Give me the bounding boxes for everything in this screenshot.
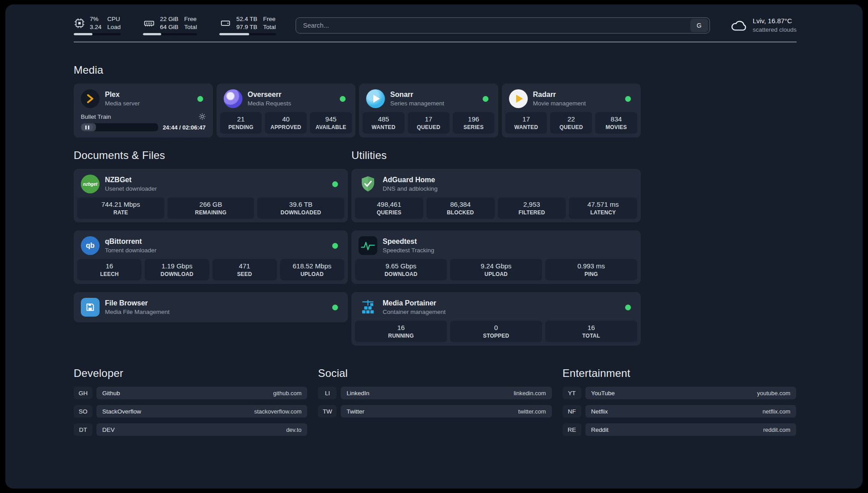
cpu-progress-bar (74, 33, 121, 35)
stat-box: 471 SEED (213, 259, 277, 280)
section-title-media: Media (74, 64, 641, 76)
stat-label: PENDING (222, 124, 260, 130)
stat-label: SEED (214, 271, 275, 277)
filebrowser-icon (81, 298, 100, 317)
bookmark-name: Github (102, 390, 120, 397)
bookmark-github[interactable]: GH Github github.com (74, 387, 307, 399)
service-link-overseerr[interactable]: Overseerr Media Requests (220, 87, 352, 112)
stat-value: 744.21 Mbps (79, 201, 163, 208)
cpu-load-value: 3.24 (90, 23, 101, 31)
disk-free-value: 52.4 TB (236, 15, 257, 23)
disk-icon (219, 17, 232, 29)
bookmark-reddit[interactable]: RE Reddit reddit.com (563, 423, 796, 436)
cpu-widget: 7% 3.24 CPU Load (74, 15, 121, 35)
stat-value: 266 GB (169, 201, 253, 208)
search-provider-button[interactable]: G (690, 19, 708, 32)
status-dot (483, 96, 488, 102)
bookmark-url: reddit.com (763, 426, 790, 433)
service-link-filebrowser[interactable]: File Browser Media File Management (77, 296, 344, 319)
bookmark-abbr: GH (74, 387, 92, 399)
section-title-files: Documents & Files (74, 149, 348, 162)
bookmark-linkedin[interactable]: LI LinkedIn linkedin.com (318, 387, 551, 399)
stat-label: QUERIES (357, 209, 421, 216)
bookmark-abbr: DT (74, 423, 92, 436)
stat-value: 21 (222, 115, 260, 123)
service-link-nzbget[interactable]: nzbget NZBGet Usenet downloader (77, 172, 344, 197)
service-link-radarr[interactable]: Radarr Movie management (505, 87, 638, 112)
stat-box: 17 WANTED (505, 112, 547, 134)
stat-value: 0.993 ms (547, 262, 635, 270)
stat-box: 16 LEECH (77, 259, 142, 280)
service-subtitle: Series management (390, 100, 444, 108)
service-stats: 485 WANTED 17 QUEUED 196 SERIES (363, 112, 495, 134)
gear-icon[interactable] (199, 113, 206, 120)
stat-box: 16 RUNNING (355, 321, 447, 342)
memory-total-value: 64 GiB (160, 23, 178, 31)
group-documents-files: Documents & Files nzbget NZBGet Usenet d… (74, 149, 348, 346)
service-name: AdGuard Home (383, 175, 438, 185)
bookmark-netflix[interactable]: NF Netflix netflix.com (563, 405, 796, 418)
bookmark-name: Netflix (591, 408, 608, 415)
service-card-plex: Plex Media server Bullet Train (74, 84, 213, 138)
service-card-adguard: AdGuard Home DNS and adblocking 498,461 … (351, 169, 641, 222)
pause-button[interactable] (82, 124, 93, 130)
stat-box: 266 GB REMAINING (167, 197, 255, 219)
weather-widget: Lviv, 16.87°C scattered clouds (730, 17, 797, 33)
stat-label: UPLOAD (452, 271, 540, 277)
cpu-load-label: Load (107, 23, 121, 31)
bookmark-stackoverflow[interactable]: SO StackOverflow stackoverflow.com (74, 405, 307, 418)
service-link-qbittorrent[interactable]: qb qBittorrent Torrent downloader (77, 234, 344, 259)
bookmark-name: Twitter (346, 408, 364, 415)
bookmark-twitter[interactable]: TW Twitter twitter.com (318, 405, 551, 418)
stat-value: 9.24 Gbps (452, 262, 540, 270)
radarr-icon (509, 89, 528, 108)
bookmark-url: github.com (273, 390, 302, 397)
service-subtitle: Torrent downloader (105, 246, 157, 255)
stat-value: 945 (312, 115, 350, 123)
status-dot (340, 96, 346, 102)
stat-box: 39.6 TB DOWNLOADED (257, 197, 344, 219)
bookmark-youtube[interactable]: YT YouTube youtube.com (563, 387, 796, 399)
stat-box: 618.52 Mbps UPLOAD (280, 259, 344, 280)
stat-value: 618.52 Mbps (282, 262, 342, 270)
bookmark-name: YouTube (591, 390, 615, 397)
service-stats: 744.21 Mbps RATE 266 GB REMAINING 39.6 T… (77, 197, 344, 219)
stat-label: QUEUED (552, 124, 590, 130)
service-link-plex[interactable]: Plex Media server (77, 87, 209, 112)
stat-box: 945 AVAILABLE (310, 112, 352, 134)
stat-value: 17 (507, 115, 546, 123)
stat-value: 16 (79, 262, 140, 270)
bookmark-url: stackoverflow.com (254, 408, 301, 415)
search-input[interactable] (296, 18, 690, 33)
service-name: qBittorrent (105, 237, 157, 246)
nzbget-icon: nzbget (81, 175, 100, 193)
service-link-portainer[interactable]: Media Portainer Container management (355, 296, 637, 321)
plex-icon (81, 89, 100, 108)
bookmark-dev[interactable]: DT DEV dev.to (74, 423, 307, 436)
stat-value: 17 (409, 115, 448, 123)
stat-box: 834 MOVIES (595, 112, 637, 134)
service-subtitle: Container management (383, 308, 446, 316)
stat-label: DOWNLOADED (259, 209, 342, 216)
service-subtitle: DNS and adblocking (383, 185, 438, 193)
stat-value: 471 (214, 262, 275, 270)
service-stats: 9.65 Gbps DOWNLOAD 9.24 Gbps UPLOAD 0.99… (355, 259, 637, 280)
bookmark-url: youtube.com (757, 390, 790, 397)
playback-progress-bar[interactable] (81, 123, 158, 131)
service-subtitle: Usenet downloader (105, 185, 157, 193)
stat-value: 47.571 ms (571, 201, 635, 208)
stat-label: DOWNLOAD (357, 271, 445, 277)
dashboard: 7% 3.24 CPU Load (5, 4, 863, 489)
service-link-adguard[interactable]: AdGuard Home DNS and adblocking (355, 172, 637, 197)
service-card-radarr: Radarr Movie management 17 WANTED 22 QUE… (502, 84, 641, 138)
bookmark-link: LinkedIn linkedin.com (341, 387, 551, 399)
weather-condition: scattered clouds (753, 26, 797, 34)
bookmark-abbr: TW (318, 405, 337, 418)
service-link-speedtest[interactable]: Speedtest Speedtest Tracking (355, 234, 637, 259)
service-link-sonarr[interactable]: Sonarr Series management (363, 87, 495, 112)
status-dot (625, 305, 631, 310)
service-stats: 21 PENDING 40 APPROVED 945 AVAILABLE (220, 112, 352, 134)
stat-label: AVAILABLE (312, 124, 350, 130)
stat-box: 16 TOTAL (545, 321, 637, 342)
stat-box: 0 STOPPED (450, 321, 542, 342)
